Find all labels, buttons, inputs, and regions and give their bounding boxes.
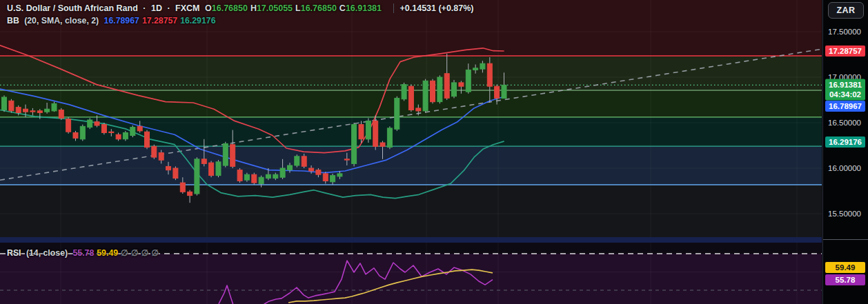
candle — [480, 63, 485, 69]
bb-value: 16.29176 — [180, 16, 215, 26]
ohlc-value: 17.05055 — [257, 3, 293, 13]
candle — [123, 133, 128, 139]
candle — [452, 83, 457, 97]
candle — [495, 86, 500, 98]
currency-toggle-button[interactable]: ZAR — [828, 2, 864, 19]
price-zones — [0, 0, 822, 237]
candle — [252, 174, 257, 183]
candle — [188, 192, 193, 195]
price-tick-label: 17.50000 — [828, 28, 861, 36]
price-tick-label: 16.00000 — [828, 164, 861, 172]
candle — [259, 177, 264, 183]
candle — [266, 174, 270, 178]
candle — [487, 63, 492, 86]
ohlc-value: 16.91381 — [346, 3, 382, 13]
exchange-label: FXCM — [175, 3, 199, 13]
candle — [437, 77, 442, 102]
ohlc-letter: O — [205, 3, 212, 13]
candle — [323, 174, 328, 181]
bb-value: 16.78967 — [104, 16, 139, 26]
candle — [352, 125, 357, 164]
candle — [166, 166, 171, 170]
candle — [402, 85, 406, 99]
candle — [2, 97, 7, 110]
candle — [116, 134, 121, 139]
candle — [137, 126, 142, 131]
change-value: +0.14531 (+0.87%) — [393, 3, 474, 13]
rsi-name: RSI — [7, 248, 21, 258]
candle — [331, 176, 335, 182]
candle — [280, 168, 285, 177]
candle — [195, 159, 199, 194]
candle — [16, 108, 21, 113]
candle — [337, 174, 342, 176]
symbol-title: U.S. Dollar / South African Rand — [7, 3, 138, 13]
interval-label: 1D — [151, 3, 162, 13]
rsi-value: ∅ — [131, 248, 139, 258]
candle — [37, 111, 42, 113]
ohlc-letter: L — [295, 3, 301, 13]
candle — [380, 143, 385, 146]
candle — [30, 111, 35, 112]
candle — [73, 133, 78, 139]
bb-indicator-legend[interactable]: BB (20, SMA, close, 2) 16.7896717.287571… — [7, 16, 221, 26]
candle — [45, 109, 50, 112]
candle — [273, 174, 278, 178]
candle — [288, 165, 293, 170]
candle — [359, 125, 364, 139]
candle — [95, 122, 99, 125]
candle — [416, 108, 421, 111]
candle — [309, 168, 314, 171]
candle — [423, 81, 428, 111]
candle — [9, 101, 14, 111]
price-badge: 16.78967 — [825, 101, 865, 112]
candle — [344, 159, 349, 160]
pane-separator-axis-line — [823, 239, 868, 240]
candle — [316, 170, 321, 175]
bb-values: 16.7896717.2875716.29176 — [104, 16, 219, 26]
candle — [431, 81, 435, 101]
price-badge: 17.28757 — [825, 45, 865, 57]
ohlc-letter: H — [250, 3, 257, 13]
price-tick-label: 15.50000 — [828, 210, 861, 218]
candle — [209, 163, 214, 176]
rsi-indicator-legend[interactable]: RSI (14, close) 55.7859.49∅∅∅∅ — [7, 248, 164, 258]
candle — [395, 98, 400, 129]
rsi-value: ∅ — [151, 248, 159, 258]
countdown-timer: 04:34:02 — [825, 90, 865, 101]
chart-canvas[interactable] — [0, 0, 822, 304]
candle — [88, 120, 92, 128]
price-axis[interactable]: ZAR 17.5000017.0000016.5000016.0000015.5… — [822, 0, 868, 304]
price-badge: 16.9138104:34:02 — [825, 79, 865, 101]
candle — [244, 174, 249, 180]
candle — [237, 170, 242, 181]
candle — [216, 162, 221, 176]
trading-chart-app: U.S. Dollar / South African Rand · 1D · … — [0, 0, 868, 304]
ohlc-value: 16.76850 — [301, 3, 337, 13]
candle — [373, 121, 378, 146]
candle — [295, 156, 299, 165]
candle — [66, 119, 71, 132]
price-badge: 16.29176 — [825, 136, 865, 148]
candle — [101, 125, 106, 133]
candle — [459, 83, 464, 86]
ohlc-value: 16.76850 — [212, 3, 248, 13]
candle — [201, 159, 206, 164]
price-tick-label: 16.50000 — [828, 119, 861, 127]
candle — [145, 132, 150, 147]
ohlc-letter: C — [339, 3, 346, 13]
candle — [23, 109, 28, 112]
candle — [366, 121, 371, 139]
symbol-legend[interactable]: U.S. Dollar / South African Rand · 1D · … — [7, 3, 477, 13]
rsi-value: 55.78 — [73, 248, 95, 258]
bb-value: 17.28757 — [142, 16, 177, 26]
candle — [444, 74, 449, 99]
pane-separator[interactable] — [0, 237, 822, 243]
candle — [180, 183, 185, 192]
candle — [302, 156, 306, 167]
legend-dot-2: · — [167, 3, 170, 13]
candle — [52, 103, 57, 111]
rsi-params: (14, close) — [26, 248, 68, 258]
candle — [466, 70, 471, 92]
candle — [408, 86, 413, 110]
